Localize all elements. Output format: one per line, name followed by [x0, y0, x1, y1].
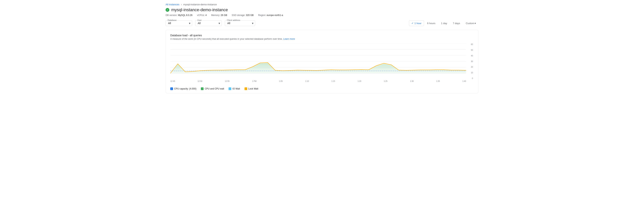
y-label-50: 50 [466, 49, 474, 51]
time-7days-button[interactable]: 7 days [450, 21, 462, 26]
time-1hour-button[interactable]: ✓ 1 hour [409, 20, 424, 26]
legend-lock-wait-label: Lock Wait [248, 87, 258, 90]
x-label-115: 1:15 [331, 80, 335, 82]
user-value: All [198, 22, 201, 25]
user-label: User [197, 19, 202, 21]
filters-row: Database All ▾ User All ▾ Client address… [166, 20, 478, 26]
client-address-chevron-icon: ▾ [252, 22, 254, 25]
legend-cpu-capacity-checkbox[interactable]: ✓ [170, 87, 173, 90]
y-axis: 0 10 20 30 40 50 60 [466, 43, 474, 79]
chart-section: Database load - all queries A measure of… [166, 30, 478, 93]
user-chevron-icon: ▾ [218, 22, 220, 25]
legend-cpu-wait-label: CPU and CPU wait [205, 87, 224, 90]
x-label-120: 1:20 [358, 80, 361, 82]
time-7days-label: 7 days [453, 22, 460, 25]
time-1day-label: 1 day [441, 22, 447, 25]
time-range-controls: ✓ 1 hour 6 hours 1 day 7 days Custom ▾ [409, 20, 478, 26]
y-label-20: 20 [466, 66, 474, 68]
time-custom-button[interactable]: Custom ▾ [463, 21, 478, 26]
x-label-125: 1:25 [384, 80, 387, 82]
legend-lock-wait-checkbox[interactable]: ✓ [244, 87, 247, 90]
client-address-label: Client address [226, 19, 240, 21]
chart-title: Database load - all queries [170, 34, 474, 37]
x-label-130: 1:30 [410, 80, 414, 82]
y-label-10: 10 [466, 72, 474, 74]
y-label-0: 0 [466, 77, 474, 79]
x-label-1pm: 1 PM [252, 80, 256, 82]
database-dropdown[interactable]: Database All ▾ [166, 20, 192, 26]
breadcrumb-separator: › [181, 3, 182, 6]
legend-cpu-wait-checkbox[interactable]: ✓ [201, 87, 204, 90]
svg-marker-7 [170, 63, 466, 73]
breadcrumb-parent-link[interactable]: All instances [166, 3, 180, 6]
breadcrumb: All instances › mysql-instance-demo-inst… [166, 3, 478, 6]
y-label-30: 30 [466, 60, 474, 63]
x-label-105: 1:05 [279, 80, 283, 82]
time-6hours-label: 6 hours [427, 22, 435, 25]
x-label-110: 1:10 [305, 80, 309, 82]
time-custom-label: Custom [466, 22, 474, 25]
x-label-1250: 12:50 [198, 80, 202, 82]
storage: SSD storage: 320 GB [232, 14, 254, 17]
chart-container: 0 10 20 30 40 50 60 12:45 12:50 12:55 1 … [170, 43, 474, 85]
instance-status-icon: ✓ [166, 8, 169, 12]
y-label-60: 60 [466, 43, 474, 45]
instance-meta: DB version: MySQL 8.0.26 vCPUs: 4 Memory… [166, 14, 478, 17]
legend-lock-wait: ✓ Lock Wait [244, 87, 258, 90]
check-icon: ✓ [412, 22, 414, 25]
legend-cpu-capacity: ✓ CPU capacity: (4.000) [170, 87, 196, 90]
database-chevron-icon: ▾ [189, 22, 190, 25]
db-version: DB version: MySQL 8.0.26 [166, 14, 192, 17]
database-label: Database [167, 19, 177, 21]
page-title-row: ✓ mysql-instance-demo-instance [166, 8, 478, 12]
legend-cpu-capacity-label: CPU capacity: (4.000) [174, 87, 196, 90]
x-label-135: 1:35 [436, 80, 440, 82]
learn-more-link[interactable]: Learn more [283, 38, 295, 40]
chart-subtitle: A measure of the work (in CPU-seconds) t… [170, 38, 474, 40]
time-6hours-button[interactable]: 6 hours [425, 21, 438, 26]
database-value: All [168, 22, 171, 25]
chart-svg [170, 43, 466, 79]
chart-legend: ✓ CPU capacity: (4.000) ✓ CPU and CPU wa… [170, 87, 474, 90]
legend-cpu-wait: ✓ CPU and CPU wait [201, 87, 224, 90]
x-axis: 12:45 12:50 12:55 1 PM 1:05 1:10 1:15 1:… [170, 79, 466, 85]
time-1day-button[interactable]: 1 day [438, 21, 450, 26]
legend-io-wait-label: IO Wait [232, 87, 240, 90]
client-address-value: All [227, 22, 230, 25]
vcpus: vCPUs: 4 [197, 14, 207, 17]
y-label-40: 40 [466, 55, 474, 57]
legend-io-wait: ✓ IO Wait [228, 87, 240, 90]
page-title: mysql-instance-demo-instance [171, 8, 228, 12]
x-label-1245: 12:45 [170, 80, 175, 82]
main-page: All instances › mysql-instance-demo-inst… [161, 0, 483, 96]
time-1hour-label: 1 hour [414, 22, 422, 25]
legend-io-wait-checkbox[interactable]: ✓ [228, 87, 231, 90]
x-label-140: 1:40 [462, 80, 466, 82]
region: Region: europe-north1-a [258, 14, 283, 17]
client-address-dropdown[interactable]: Client address All ▾ [225, 20, 255, 26]
custom-chevron-icon: ▾ [475, 22, 476, 25]
x-label-1255: 12:55 [225, 80, 230, 82]
memory: Memory: 26 GB [211, 14, 227, 17]
user-dropdown[interactable]: User All ▾ [195, 20, 222, 26]
chart-drawing-area [170, 43, 466, 79]
breadcrumb-current: mysql-instance-demo-instance [183, 3, 217, 6]
